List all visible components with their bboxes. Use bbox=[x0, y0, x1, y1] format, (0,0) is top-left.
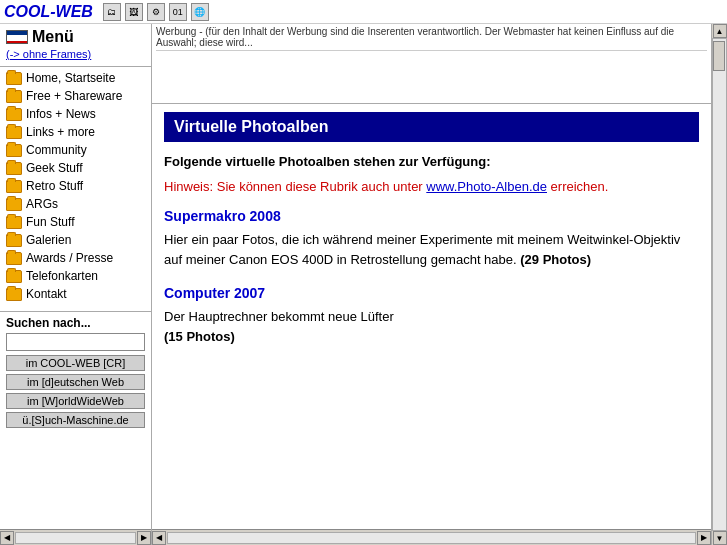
scroll-thumb[interactable] bbox=[713, 41, 725, 71]
hint-link[interactable]: www.Photo-Alben.de bbox=[426, 179, 547, 194]
search-label: Suchen nach... bbox=[6, 316, 145, 330]
sidebar-item-awards[interactable]: Awards / Presse bbox=[0, 249, 151, 267]
search-input[interactable] bbox=[6, 333, 145, 351]
content-with-scrollbar: Werbung - (für den Inhalt der Werbung si… bbox=[152, 24, 727, 545]
sidebar-label-kontakt: Kontakt bbox=[26, 287, 67, 301]
folder-icon-community bbox=[6, 144, 22, 157]
search-button-deutschen[interactable]: im [d]eutschen Web bbox=[6, 374, 145, 390]
sidebar-scroll-track[interactable] bbox=[15, 532, 136, 544]
top-icon-image[interactable]: 🖼 bbox=[125, 3, 143, 21]
folder-icon-links bbox=[6, 126, 22, 139]
folder-icon-free bbox=[6, 90, 22, 103]
sidebar-label-galerien: Galerien bbox=[26, 233, 71, 247]
sidebar-item-geek[interactable]: Geek Stuff bbox=[0, 159, 151, 177]
search-section: Suchen nach... im COOL-WEB [CR] im [d]eu… bbox=[0, 311, 151, 435]
search-button-suchmaschine[interactable]: ü.[S]uch-Maschine.de bbox=[6, 412, 145, 428]
sidebar-item-community[interactable]: Community bbox=[0, 141, 151, 159]
top-icon-folder[interactable]: 🗂 bbox=[103, 3, 121, 21]
sidebar-h-scrollbar: ◀ ▶ bbox=[0, 529, 151, 545]
scroll-track[interactable] bbox=[712, 38, 727, 531]
content-scroll-track[interactable] bbox=[167, 532, 696, 544]
album-title-0[interactable]: Supermakro 2008 bbox=[164, 208, 699, 224]
site-logo[interactable]: COOL-WEB bbox=[4, 3, 93, 21]
hint-prefix: Hinweis: Sie können diese Rubrik auch un… bbox=[164, 179, 426, 194]
search-button-worldwide[interactable]: im [W]orldWideWeb bbox=[6, 393, 145, 409]
sidebar-label-community: Community bbox=[26, 143, 87, 157]
intro-text: Folgende virtuelle Photoalben stehen zur… bbox=[164, 154, 699, 169]
folder-icon-fun bbox=[6, 216, 22, 229]
folder-icon-galerien bbox=[6, 234, 22, 247]
sidebar-item-telefonkarten[interactable]: Telefonkarten bbox=[0, 267, 151, 285]
main-content: Virtuelle Photoalben Folgende virtuelle … bbox=[152, 104, 711, 529]
main-layout: Menü (-> ohne Frames) Home, Startseite F… bbox=[0, 24, 727, 545]
sidebar-label-infos: Infos + News bbox=[26, 107, 96, 121]
sidebar-label-free: Free + Shareware bbox=[26, 89, 122, 103]
sidebar-label-fun: Fun Stuff bbox=[26, 215, 74, 229]
sidebar-title: Menü bbox=[32, 28, 74, 46]
content-h-scrollbar: ◀ ▶ bbox=[152, 529, 711, 545]
album-desc-1: Der Hauptrechner bekommt neue Lüfter (15… bbox=[164, 307, 699, 346]
scroll-up-btn[interactable]: ▲ bbox=[713, 24, 727, 38]
album-title-1[interactable]: Computer 2007 bbox=[164, 285, 699, 301]
album-count-0: (29 Photos) bbox=[520, 252, 591, 267]
sidebar: Menü (-> ohne Frames) Home, Startseite F… bbox=[0, 24, 152, 545]
content-scroll-left[interactable]: ◀ bbox=[152, 531, 166, 545]
top-bar: COOL-WEB 🗂 🖼 ⚙ 01 🌐 bbox=[0, 0, 727, 24]
sidebar-item-args[interactable]: ARGs bbox=[0, 195, 151, 213]
folder-icon-args bbox=[6, 198, 22, 211]
folder-icon-infos bbox=[6, 108, 22, 121]
top-icon-number[interactable]: 01 bbox=[169, 3, 187, 21]
content-scroll-right[interactable]: ▶ bbox=[697, 531, 711, 545]
sidebar-scroll-right[interactable]: ▶ bbox=[137, 531, 151, 545]
no-frames-link[interactable]: (-> ohne Frames) bbox=[0, 46, 151, 64]
ad-bar: Werbung - (für den Inhalt der Werbung si… bbox=[152, 24, 711, 104]
ad-text: Werbung - (für den Inhalt der Werbung si… bbox=[156, 26, 707, 51]
album-desc-text-1: Der Hauptrechner bekommt neue Lüfter bbox=[164, 309, 394, 324]
sidebar-scroll-left[interactable]: ◀ bbox=[0, 531, 14, 545]
sidebar-item-infos-news[interactable]: Infos + News bbox=[0, 105, 151, 123]
folder-icon-awards bbox=[6, 252, 22, 265]
folder-icon-kontakt bbox=[6, 288, 22, 301]
content-v-scrollbar: ▲ ▼ bbox=[711, 24, 727, 545]
sidebar-divider-1 bbox=[0, 66, 151, 67]
sidebar-item-kontakt[interactable]: Kontakt bbox=[0, 285, 151, 303]
search-button-coolweb[interactable]: im COOL-WEB [CR] bbox=[6, 355, 145, 371]
folder-icon-retro bbox=[6, 180, 22, 193]
album-desc-text-0: Hier ein paar Fotos, die ich während mei… bbox=[164, 232, 680, 267]
sidebar-label-telefonkarten: Telefonkarten bbox=[26, 269, 98, 283]
album-desc-0: Hier ein paar Fotos, die ich während mei… bbox=[164, 230, 699, 269]
sidebar-label-args: ARGs bbox=[26, 197, 58, 211]
sidebar-item-galerien[interactable]: Galerien bbox=[0, 231, 151, 249]
sidebar-item-home[interactable]: Home, Startseite bbox=[0, 69, 151, 87]
sidebar-item-retro[interactable]: Retro Stuff bbox=[0, 177, 151, 195]
sidebar-item-fun[interactable]: Fun Stuff bbox=[0, 213, 151, 231]
sidebar-item-links[interactable]: Links + more bbox=[0, 123, 151, 141]
sidebar-label-retro: Retro Stuff bbox=[26, 179, 83, 193]
content-area: Werbung - (für den Inhalt der Werbung si… bbox=[152, 24, 711, 545]
hint-suffix: erreichen. bbox=[547, 179, 608, 194]
top-icon-gear[interactable]: ⚙ bbox=[147, 3, 165, 21]
sidebar-item-free-shareware[interactable]: Free + Shareware bbox=[0, 87, 151, 105]
flag-icon bbox=[6, 30, 28, 44]
sidebar-label-links: Links + more bbox=[26, 125, 95, 139]
page-title: Virtuelle Photoalben bbox=[164, 112, 699, 142]
sidebar-label-home: Home, Startseite bbox=[26, 71, 115, 85]
top-icon-web[interactable]: 🌐 bbox=[191, 3, 209, 21]
sidebar-label-geek: Geek Stuff bbox=[26, 161, 82, 175]
album-count-1: (15 Photos) bbox=[164, 329, 235, 344]
sidebar-label-awards: Awards / Presse bbox=[26, 251, 113, 265]
sidebar-header: Menü bbox=[0, 24, 151, 46]
scroll-down-btn[interactable]: ▼ bbox=[713, 531, 727, 545]
hint-text: Hinweis: Sie können diese Rubrik auch un… bbox=[164, 179, 699, 194]
folder-icon-home bbox=[6, 72, 22, 85]
folder-icon-telefonkarten bbox=[6, 270, 22, 283]
folder-icon-geek bbox=[6, 162, 22, 175]
